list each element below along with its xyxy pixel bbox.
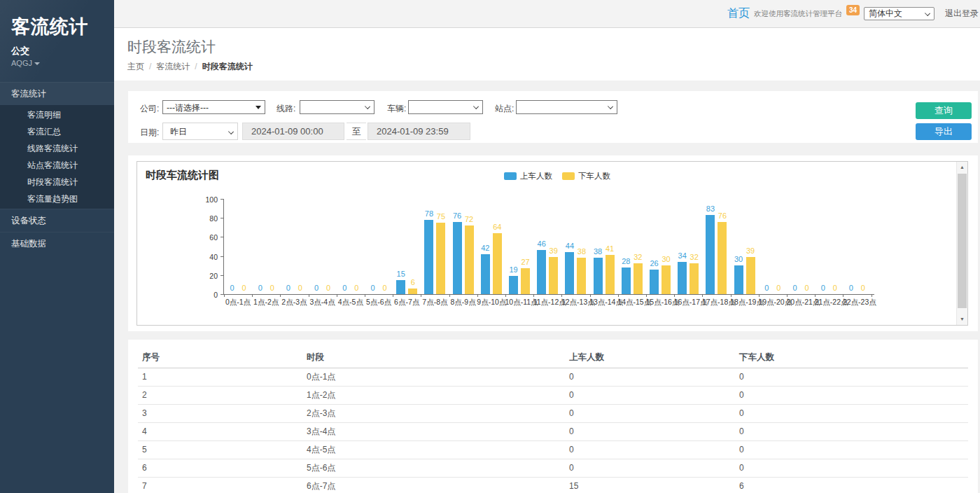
table-cell: 3点-4点 [302,422,565,440]
x-tick [280,294,281,297]
sidebar-children: 客流明细客流汇总线路客流统计站点客流统计时段客流统计客流量趋势图 [0,105,114,209]
export-button[interactable]: 导出 [916,123,972,140]
y-tick-label: 20 [197,272,218,280]
y-tick [220,237,223,237]
bar-value-label: 15 [391,270,412,278]
x-category-label: 19点-20点 [758,298,787,307]
table-row: 65点-6点00 [138,459,968,477]
content: 公司: ---请选择--- 线路: 车辆: 站点: 日期: 昨日 2024-01… [114,81,980,493]
sidebar-item[interactable]: 线路客流统计 [0,140,114,157]
bar-value-label: 76 [712,211,733,220]
table-cell: 2点-3点 [302,404,565,422]
bar-boarding [678,262,687,294]
x-category-label: 17点-18点 [702,298,731,307]
vehicle-select[interactable] [408,100,483,114]
table-cell: 0 [735,459,968,477]
x-tick [309,294,309,297]
table-header: 上车人数 [565,348,735,368]
table-cell: 7 [138,477,302,493]
bar-alighting [718,222,727,294]
table-cell: 0 [735,386,968,404]
line-select[interactable] [300,100,374,114]
page-head: 时段客流统计 主页/客流统计/时段客流统计 [114,28,980,81]
user-menu[interactable]: AQGJ [11,59,103,67]
date-to-label: 至 [346,123,366,140]
sidebar-section-2[interactable]: 基础数据 [0,232,114,255]
date-preset-select[interactable]: 昨日 [162,123,238,140]
notification-badge[interactable]: 34 [846,5,860,15]
chart-scrollbar[interactable]: ▲ ▼ [956,162,967,325]
home-link[interactable]: 首页 [727,6,750,21]
table-cell: 0 [565,404,735,422]
y-tick-label: 100 [197,195,218,204]
company-select[interactable]: ---请选择--- [162,100,265,114]
x-tick [618,294,619,297]
data-table: 序号时段上车人数下车人数 10点-1点0021点-2点0032点-3点0043点… [138,348,968,493]
table-cell: 3 [138,404,302,422]
date-preset-value: 昨日 [163,123,237,139]
table-cell: 4点-5点 [302,440,565,459]
main-area: 首页 欢迎使用客流统计管理平台 34 简体中文 退出登录 时段客流统计 主页/客… [114,0,980,493]
x-category-label: 21点-22点 [815,298,844,307]
bar-boarding [706,215,715,294]
x-category-label: 13点-14点 [589,298,618,307]
table-cell: 6点-7点 [302,477,565,493]
logout-link[interactable]: 退出登录 [945,8,979,20]
table-cell: 1点-2点 [302,386,565,404]
scroll-up-icon[interactable]: ▲ [957,162,967,173]
bar-value-label: 0 [853,284,874,292]
chevron-down-icon [365,104,370,109]
bar-boarding [537,250,546,294]
x-tick [843,294,844,297]
sidebar-section-0[interactable]: 客流统计 [0,82,114,105]
bar-value-label: 27 [515,258,536,266]
x-category-label: 7点-8点 [421,298,449,307]
table-row: 21点-2点00 [138,386,968,404]
date-to-input[interactable]: 2024-01-09 23:59 [368,123,470,140]
query-button[interactable]: 查询 [916,102,972,119]
table-cell: 0 [735,404,968,422]
sidebar-item[interactable]: 客流量趋势图 [0,190,114,207]
x-tick [421,294,421,297]
bar-value-label: 64 [486,223,507,231]
station-select[interactable] [516,100,617,114]
sidebar-item[interactable]: 时段客流统计 [0,174,114,190]
table-cell: 5 [138,440,302,459]
x-category-label: 4点-5点 [336,298,365,307]
y-tick [220,294,223,295]
table-cell: 0 [565,368,735,386]
filter-panel: 公司: ---请选择--- 线路: 车辆: 站点: 日期: 昨日 2024-01… [128,91,978,143]
sidebar-item[interactable]: 客流明细 [0,106,114,123]
x-category-label: 10点-11点 [505,298,534,307]
table-cell: 5点-6点 [302,459,565,477]
x-category-label: 18点-19点 [730,298,759,307]
sidebar-item[interactable]: 客流汇总 [0,123,114,140]
table-cell: 0 [735,422,968,440]
date-label: 日期: [140,127,159,139]
logo-area: 客流统计 公交 AQGJ [0,0,114,82]
table-row: 76点-7点156 [138,477,968,493]
x-category-label: 0点-1点 [224,298,253,307]
sidebar-item[interactable]: 站点客流统计 [0,157,114,174]
date-from-input[interactable]: 2024-01-09 00:00 [242,123,344,140]
x-tick [646,294,647,297]
x-category-label: 14点-15点 [617,298,646,307]
sidebar-section-1[interactable]: 设备状态 [0,209,114,232]
x-tick [393,294,393,297]
table-cell: 2 [138,386,302,404]
x-category-label: 3点-4点 [308,298,337,307]
bar-value-label: 0 [374,284,396,292]
y-tick-label: 40 [197,253,218,261]
bar-value-label: 42 [475,244,496,252]
scrollbar-thumb[interactable] [958,174,967,308]
bar-alighting [493,233,502,294]
x-category-label: 15点-16点 [646,298,675,307]
company-value: ---请选择--- [163,101,265,113]
breadcrumb-parent[interactable]: 客流统计 [156,62,190,71]
table-cell: 1 [138,368,302,386]
language-select[interactable]: 简体中文 [864,7,934,20]
y-tick-label: 60 [197,233,218,242]
breadcrumb-home[interactable]: 主页 [127,62,144,71]
scroll-down-icon[interactable]: ▼ [957,314,967,325]
x-tick [759,294,760,297]
